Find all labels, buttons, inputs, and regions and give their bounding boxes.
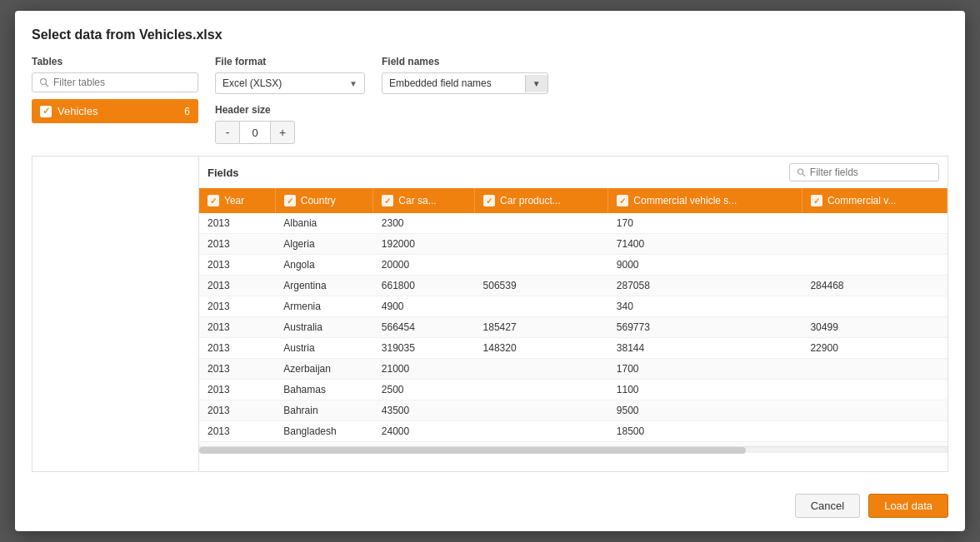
- table-cell: Austria: [275, 338, 373, 359]
- load-data-button[interactable]: Load data: [868, 494, 948, 518]
- table-cell: 569773: [608, 317, 802, 338]
- table-cell: 661800: [373, 276, 475, 296]
- table-cell: [475, 234, 608, 255]
- table-cell: 18500: [608, 421, 802, 442]
- table-cell: 284468: [802, 276, 947, 296]
- col-header-car-sales[interactable]: ✓ Car sa...: [373, 188, 475, 213]
- table-row: 2013Bahamas25001100: [199, 380, 948, 400]
- col-header-comm-vehicle2[interactable]: ✓ Commercial v...: [802, 188, 947, 213]
- table-cell: Bahrain: [275, 400, 373, 421]
- table-row: 2013Azerbaijan210001700: [199, 359, 948, 380]
- vehicles-table-name: Vehicles: [58, 105, 98, 117]
- table-cell: 2013: [199, 317, 275, 338]
- vehicles-checkbox[interactable]: ✓: [40, 106, 52, 117]
- config-row1: File format Excel (XLSX) ▼ Field names E…: [215, 56, 948, 94]
- filter-fields-input[interactable]: [810, 167, 932, 178]
- table-cell: 9500: [608, 400, 802, 421]
- table-cell: [475, 296, 608, 317]
- table-cell: 2013: [199, 400, 275, 421]
- table-cell: [802, 359, 947, 380]
- file-format-dropdown[interactable]: Excel (XLSX) ▼: [215, 72, 365, 94]
- header-size-label: Header size: [215, 104, 948, 116]
- header-size-plus-button[interactable]: +: [270, 121, 295, 144]
- filter-tables-input[interactable]: [53, 77, 191, 88]
- table-row: 2013Australia56645418542756977330499: [199, 317, 948, 338]
- table-cell: Angola: [275, 255, 373, 276]
- table-row: 2013Angola200009000: [199, 255, 948, 276]
- table-cell: 9000: [608, 255, 802, 276]
- cancel-button[interactable]: Cancel: [795, 494, 860, 518]
- table-cell: [475, 380, 608, 400]
- vehicles-table-item[interactable]: ✓ Vehicles 6: [32, 99, 198, 123]
- tables-label: Tables: [32, 56, 198, 67]
- data-table-wrapper[interactable]: ✓ Year ✓ Country: [199, 188, 948, 446]
- table-cell: 2300: [373, 213, 475, 234]
- field-names-arrow[interactable]: ▼: [525, 75, 548, 92]
- filter-tables-box[interactable]: [32, 72, 198, 92]
- fields-title: Fields: [208, 167, 239, 179]
- table-cell: Argentina: [275, 276, 373, 296]
- table-cell: [802, 234, 947, 255]
- table-cell: Algeria: [275, 234, 373, 255]
- table-cell: Azerbaijan: [275, 359, 373, 380]
- table-cell: 1700: [608, 359, 802, 380]
- header-size-section: Header size - 0 +: [215, 104, 948, 144]
- col-header-country[interactable]: ✓ Country: [275, 188, 373, 213]
- svg-line-3: [802, 174, 805, 177]
- table-header: ✓ Year ✓ Country: [199, 188, 948, 213]
- table-cell: Australia: [275, 317, 373, 338]
- scrollbar-thumb[interactable]: [199, 447, 746, 454]
- field-names-value: Embedded field names: [389, 77, 492, 89]
- fields-panel: Fields ✓: [198, 156, 948, 472]
- table-cell: 319035: [373, 338, 475, 359]
- file-format-value: Excel (XLSX): [222, 77, 282, 89]
- table-row: 2013Algeria19200071400: [199, 234, 948, 255]
- chevron-down-icon: ▼: [349, 79, 358, 88]
- table-cell: 192000: [373, 234, 475, 255]
- table-cell: 21000: [373, 359, 475, 380]
- table-cell: [802, 400, 947, 421]
- table-cell: [475, 213, 608, 234]
- table-cell: 2013: [199, 276, 275, 296]
- table-cell: 30499: [802, 317, 947, 338]
- table-cell: Bahamas: [275, 380, 373, 400]
- table-row: 2013Armenia4900340: [199, 296, 948, 317]
- header-size-controls: - 0 +: [215, 121, 948, 144]
- filter-fields-box[interactable]: [789, 163, 939, 181]
- col-header-year[interactable]: ✓ Year: [199, 188, 275, 213]
- table-row: 2013Bahrain435009500: [199, 400, 948, 421]
- horizontal-scrollbar[interactable]: [199, 446, 948, 453]
- svg-point-2: [798, 169, 802, 174]
- sidebar-panel: [32, 156, 198, 472]
- field-names-dropdown[interactable]: Embedded field names ▼: [382, 72, 548, 94]
- vehicles-table-count: 6: [184, 106, 190, 117]
- table-cell: [802, 213, 947, 234]
- table-row: 2013Austria3190351483203814422900: [199, 338, 948, 359]
- table-cell: 2500: [373, 380, 475, 400]
- table-cell: 2013: [199, 338, 275, 359]
- table-body: 2013Albania23001702013Algeria19200071400…: [199, 213, 948, 446]
- main-content: Fields ✓: [32, 156, 948, 472]
- table-cell: 4900: [373, 296, 475, 317]
- search-icon: [797, 167, 806, 177]
- field-names-label: Field names: [382, 56, 548, 67]
- table-cell: 24000: [373, 421, 475, 442]
- right-config: File format Excel (XLSX) ▼ Field names E…: [215, 56, 948, 144]
- table-row: 2013Bangladesh2400018500: [199, 421, 948, 442]
- col-header-comm-vehicle-sales[interactable]: ✓ Commercial vehicle s...: [608, 188, 802, 213]
- table-cell: 1100: [608, 380, 802, 400]
- table-cell: [475, 421, 608, 442]
- table-cell: 2013: [199, 234, 275, 255]
- table-cell: 71400: [608, 234, 802, 255]
- col-header-car-production[interactable]: ✓ Car product...: [475, 188, 608, 213]
- table-cell: 340: [608, 296, 802, 317]
- table-cell: 22900: [802, 338, 947, 359]
- bottom-bar: Cancel Load data: [32, 485, 948, 518]
- tables-section: Tables ✓ Vehicles 6: [32, 56, 198, 144]
- svg-line-1: [46, 84, 48, 87]
- header-size-minus-button[interactable]: -: [215, 121, 240, 144]
- select-data-dialog: Select data from Vehicles.xlsx Tables ✓ …: [15, 11, 965, 531]
- table-cell: 287058: [608, 276, 802, 296]
- table-cell: Albania: [275, 213, 373, 234]
- table-cell: 2013: [199, 421, 275, 442]
